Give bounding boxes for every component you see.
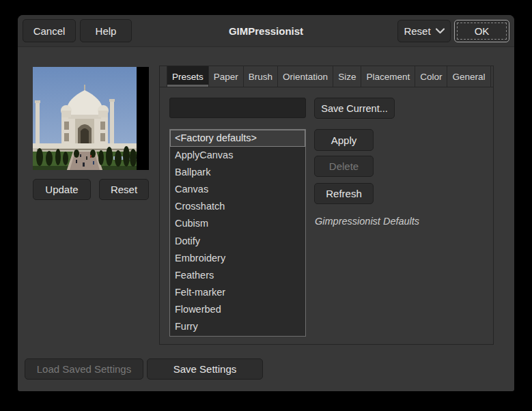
preset-list-item[interactable]: Embroidery <box>170 250 305 267</box>
preset-list-item[interactable]: Feathers <box>170 267 305 284</box>
preset-list[interactable]: <Factory defaults> ApplyCanvas Ballpark … <box>169 129 306 337</box>
tab-brush[interactable]: Brush <box>244 66 278 87</box>
preset-list-item[interactable]: Dotify <box>170 233 305 250</box>
ok-button[interactable]: OK <box>454 20 509 42</box>
save-settings-button[interactable]: Save Settings <box>147 358 263 380</box>
preset-list-item[interactable]: ApplyCanvas <box>170 147 305 164</box>
help-button[interactable]: Help <box>80 19 132 42</box>
taj-mahal-photo <box>33 67 137 170</box>
gimpressionist-dialog: GIMPressionist Cancel Help Reset OK <box>18 15 514 391</box>
preset-list-item[interactable]: Cubism <box>170 215 305 232</box>
preset-description: Gimpressionist Defaults <box>315 216 486 227</box>
screen-background: GIMPressionist Cancel Help Reset OK <box>0 0 532 411</box>
tab-size[interactable]: Size <box>333 66 361 87</box>
preview-reset-button[interactable]: Reset <box>99 179 149 200</box>
load-saved-settings-button[interactable]: Load Saved Settings <box>25 358 143 380</box>
refresh-button[interactable]: Refresh <box>314 183 374 204</box>
preview-image <box>33 67 149 170</box>
save-current-button[interactable]: Save Current... <box>314 98 395 119</box>
preset-list-item[interactable]: Crosshatch <box>170 198 305 215</box>
update-button[interactable]: Update <box>33 179 91 200</box>
apply-button[interactable]: Apply <box>314 129 374 151</box>
preset-list-item[interactable]: Felt-marker <box>170 284 305 301</box>
tab-placement[interactable]: Placement <box>361 66 415 87</box>
delete-button[interactable]: Delete <box>314 156 374 177</box>
dialog-header: GIMPressionist Cancel Help Reset OK <box>18 15 514 47</box>
preset-list-item[interactable]: <Factory defaults> <box>170 130 305 147</box>
reset-dropdown-button[interactable]: Reset <box>397 20 451 42</box>
tab-bar: Presets Paper Brush Orientation Size Pla… <box>160 66 493 87</box>
tab-paper[interactable]: Paper <box>209 66 244 87</box>
preset-list-item[interactable]: Canvas <box>170 181 305 198</box>
preset-list-item[interactable]: Ballpark <box>170 164 305 181</box>
preset-list-item[interactable]: Flowerbed <box>170 301 305 318</box>
tab-orientation[interactable]: Orientation <box>278 66 333 87</box>
tab-presets[interactable]: Presets <box>167 66 209 87</box>
preset-list-item[interactable]: Furry <box>170 318 305 335</box>
settings-notebook: Presets Paper Brush Orientation Size Pla… <box>159 66 494 345</box>
tab-general[interactable]: General <box>447 66 490 87</box>
chevron-down-icon <box>436 28 445 34</box>
tab-color[interactable]: Color <box>415 66 447 87</box>
reset-dropdown-label: Reset <box>404 25 430 37</box>
preset-name-input[interactable] <box>169 98 306 118</box>
cancel-button[interactable]: Cancel <box>23 19 76 42</box>
